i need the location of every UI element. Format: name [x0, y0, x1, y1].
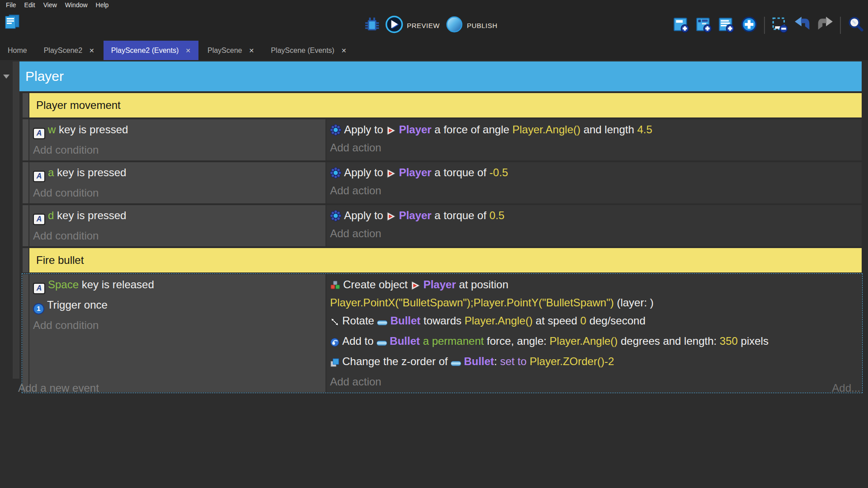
actions-column[interactable]: Apply to Player a torque of 0.5Add actio… — [326, 205, 862, 246]
add-event-button[interactable] — [673, 16, 690, 35]
actions-column[interactable]: Apply to Player a torque of -0.5Add acti… — [326, 162, 862, 203]
action[interactable]: Apply to Player a force of angle Player.… — [326, 121, 862, 139]
row-drag-gutter[interactable] — [23, 119, 28, 160]
toolbar-right — [673, 10, 864, 41]
player-icon — [410, 281, 420, 291]
condition[interactable]: Aw key is pressed — [29, 121, 326, 141]
event-row[interactable]: ASpace key is released1Trigger onceAdd c… — [29, 274, 862, 392]
action[interactable]: Apply to Player a torque of 0.5 — [326, 206, 862, 225]
add-condition-button[interactable]: Add condition — [29, 227, 326, 245]
create-object-icon — [330, 280, 340, 291]
comment-row[interactable]: Fire bullet — [29, 248, 862, 272]
add-new-event-button[interactable]: Add a new event — [18, 382, 99, 394]
event-row[interactable]: Aa key is pressedAdd conditionApply to P… — [29, 162, 862, 203]
project-manager-button[interactable] — [4, 13, 21, 32]
add-condition-button[interactable]: Add condition — [29, 184, 326, 202]
tab-label: PlayScene2 — [44, 47, 82, 55]
tab-close-icon[interactable]: ✕ — [249, 47, 254, 54]
tab-close-icon[interactable]: ✕ — [89, 47, 94, 54]
action[interactable]: Create object Player at positionPlayer.P… — [326, 276, 862, 312]
text-segment: -0.5 — [490, 166, 508, 178]
comment-row[interactable]: Player movement — [29, 93, 862, 117]
tab-close-icon[interactable]: ✕ — [341, 47, 347, 54]
condition[interactable]: 1Trigger once — [29, 296, 326, 316]
physics-icon — [330, 167, 341, 178]
conditions-column[interactable]: Ad key is pressedAdd condition — [29, 205, 326, 246]
action[interactable]: Change the z-order of Bullet: set to Pla… — [326, 352, 862, 373]
tab-close-icon[interactable]: ✕ — [185, 47, 191, 54]
text-segment: Add to — [342, 335, 377, 347]
actions-column[interactable]: Create object Player at positionPlayer.P… — [326, 274, 862, 392]
menu-edit[interactable]: Edit — [20, 0, 39, 9]
add-more-button[interactable]: Add... — [832, 382, 860, 394]
condition[interactable]: Aa key is pressed — [29, 164, 326, 184]
tab-home[interactable]: Home — [0, 41, 35, 60]
bullet-icon — [377, 334, 387, 352]
event-group-header[interactable]: Player — [19, 61, 862, 91]
conditions-column[interactable]: Aw key is pressedAdd condition — [29, 119, 326, 160]
text-segment: at speed — [533, 314, 580, 327]
add-condition-button[interactable]: Add condition — [29, 141, 326, 159]
tab-playscene2-events[interactable]: PlayScene2 (Events)✕ — [104, 41, 198, 60]
menu-file[interactable]: File — [2, 0, 20, 9]
conditions-column[interactable]: ASpace key is released1Trigger onceAdd c… — [29, 274, 326, 392]
conditions-column[interactable]: Aa key is pressedAdd condition — [29, 162, 326, 203]
text-segment: Bullet — [390, 314, 420, 327]
row-drag-gutter[interactable] — [23, 93, 28, 117]
comment-text: Fire bullet — [29, 254, 84, 267]
event-row[interactable]: Ad key is pressedAdd conditionApply to P… — [29, 205, 862, 246]
text-segment: Create object — [343, 278, 410, 291]
keyboard-icon: A — [33, 278, 45, 296]
add-action-button[interactable]: Add action — [326, 373, 862, 391]
text-segment: Apply to — [344, 166, 386, 178]
play-icon — [385, 15, 403, 35]
actions-column[interactable]: Apply to Player a force of angle Player.… — [326, 119, 862, 160]
search-button[interactable] — [847, 16, 864, 35]
physics-icon — [330, 124, 341, 136]
row-drag-gutter[interactable] — [23, 205, 28, 246]
text-segment: (layer: ) — [614, 296, 654, 309]
text-segment: w — [48, 123, 56, 136]
tab-playscene-events[interactable]: PlayScene (Events)✕ — [263, 41, 354, 60]
action[interactable]: Apply to Player a torque of -0.5 — [326, 164, 862, 182]
add-action-button[interactable]: Add action — [326, 225, 862, 243]
action[interactable]: Rotate Bullet towards Player.Angle() at … — [326, 312, 862, 332]
add-condition-button[interactable]: Add condition — [29, 316, 326, 334]
debug-button[interactable] — [364, 17, 380, 34]
preview-button[interactable]: PREVIEW — [385, 15, 440, 35]
add-new-button[interactable] — [741, 16, 758, 35]
publish-button[interactable]: PUBLISH — [445, 15, 498, 35]
event-row[interactable]: Aw key is pressedAdd conditionApply to P… — [29, 119, 862, 160]
undo-button[interactable] — [794, 16, 811, 35]
z-order-icon — [330, 358, 340, 367]
delete-selection-icon — [771, 16, 788, 35]
condition[interactable]: ASpace key is released — [29, 276, 326, 296]
menu-window[interactable]: Window — [61, 0, 92, 9]
text-segment: Rotate — [342, 314, 377, 327]
action[interactable]: Add to Bullet a permanent force, angle: … — [326, 332, 862, 352]
tab-playscene[interactable]: PlayScene✕ — [200, 41, 262, 60]
menu-help[interactable]: Help — [92, 0, 113, 9]
delete-selection-button[interactable] — [771, 16, 788, 35]
bullet-icon — [377, 314, 387, 332]
condition[interactable]: Ad key is pressed — [29, 206, 326, 227]
add-event-icon — [673, 16, 690, 35]
row-drag-gutter[interactable] — [23, 274, 28, 392]
text-segment: Trigger once — [47, 299, 108, 311]
toolbar-center: PREVIEW PUBLISH — [364, 10, 497, 41]
add-action-button[interactable]: Add action — [326, 139, 862, 157]
search-icon — [847, 16, 864, 35]
text-segment: key is pressed — [54, 209, 126, 221]
add-action-button[interactable]: Add action — [326, 182, 862, 200]
add-subevent-button[interactable] — [695, 16, 712, 35]
redo-button[interactable] — [816, 16, 834, 35]
row-drag-gutter[interactable] — [23, 162, 28, 203]
events-sheet: PlayerPlayer movementAw key is pressedAd… — [0, 60, 868, 488]
text-segment: 0.5 — [490, 209, 505, 221]
text-segment: Apply to — [344, 209, 386, 221]
tab-playscene2[interactable]: PlayScene2✕ — [36, 41, 102, 60]
rotate-icon — [330, 317, 340, 327]
menu-view[interactable]: View — [39, 0, 61, 9]
row-drag-gutter[interactable] — [23, 248, 28, 272]
add-comment-button[interactable] — [718, 16, 735, 35]
